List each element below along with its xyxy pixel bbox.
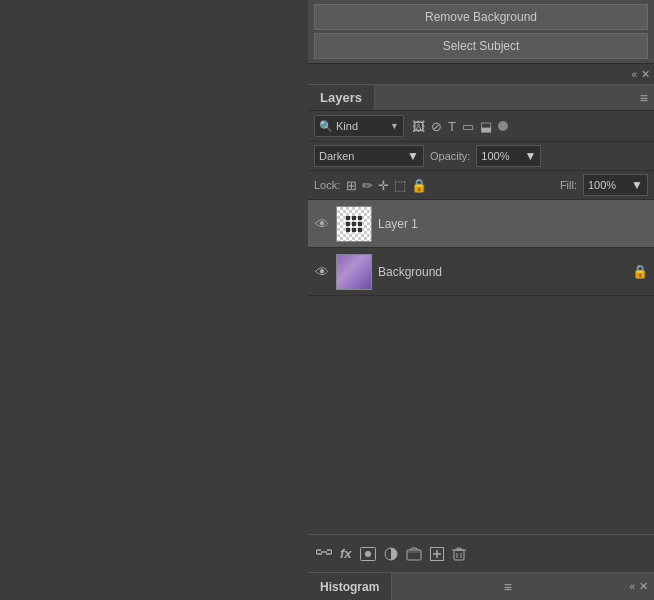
fill-label: Fill:	[560, 179, 577, 191]
layers-list: 👁	[308, 200, 654, 534]
layer-row[interactable]: 👁	[308, 200, 654, 248]
layers-tab[interactable]: Layers	[308, 85, 375, 110]
lock-fill-row: Lock: ⊞ ✏ ✛ ⬚ 🔒 Fill: 100% ▼	[308, 171, 654, 200]
search-icon: 🔍	[319, 120, 333, 133]
kind-select-text: Kind	[336, 120, 387, 132]
fill-value-text: 100%	[588, 179, 628, 191]
layer1-visibility-icon[interactable]: 👁	[314, 216, 330, 232]
histogram-bar: Histogram ≡ « ✕	[308, 572, 654, 600]
svg-rect-4	[407, 550, 421, 560]
histogram-tab[interactable]: Histogram	[308, 573, 392, 600]
remove-background-button[interactable]: Remove Background	[314, 4, 648, 30]
blend-mode-text: Darken	[319, 150, 404, 162]
lock-pixels-icon[interactable]: ⊞	[346, 178, 357, 193]
layer1-name: Layer 1	[378, 217, 648, 231]
layer1-thumb-pattern	[346, 216, 362, 232]
svg-rect-10	[457, 548, 461, 550]
panel-header-row: « ✕	[308, 64, 654, 84]
collapse-icon[interactable]: «	[631, 69, 637, 80]
add-mask-icon[interactable]	[360, 547, 376, 561]
fill-dropdown-arrow: ▼	[631, 178, 643, 192]
lock-label: Lock:	[314, 179, 340, 191]
top-buttons-area: Remove Background Select Subject	[308, 0, 654, 64]
left-panel	[0, 0, 308, 600]
kind-search-dropdown[interactable]: 🔍 Kind ▼	[314, 115, 404, 137]
adjustment-layer-icon[interactable]	[384, 547, 398, 561]
blend-opacity-row: Darken ▼ Opacity: 100% ▼	[308, 142, 654, 171]
close-panel-icon[interactable]: ✕	[641, 68, 650, 81]
panel-header-icons: « ✕	[631, 68, 650, 81]
layer1-thumbnail	[336, 206, 372, 242]
kind-filter-row: 🔍 Kind ▼ 🖼 ⊘ T ▭ ⬓	[308, 111, 654, 142]
filter-dot-icon[interactable]	[498, 121, 508, 131]
filter-smart-icon[interactable]: ⬓	[480, 119, 492, 134]
fx-icon[interactable]: fx	[340, 546, 352, 561]
opacity-value-text: 100%	[481, 150, 521, 162]
histogram-menu-icon[interactable]: ≡	[504, 579, 518, 595]
layer-row[interactable]: 👁 Background 🔒	[308, 248, 654, 296]
link-layers-icon[interactable]	[316, 549, 332, 559]
lock-artboard-icon[interactable]: ⬚	[394, 178, 406, 193]
filter-image-icon[interactable]: 🖼	[412, 119, 425, 134]
layers-bottom-toolbar: fx	[308, 534, 654, 572]
select-subject-button[interactable]: Select Subject	[314, 33, 648, 59]
lock-icons-group: ⊞ ✏ ✛ ⬚ 🔒	[346, 178, 427, 193]
add-layer-icon[interactable]	[430, 547, 444, 561]
lock-move-icon[interactable]: ✛	[378, 178, 389, 193]
svg-rect-8	[454, 550, 464, 560]
svg-point-2	[365, 551, 371, 557]
fill-input[interactable]: 100% ▼	[583, 174, 648, 196]
blend-dropdown-arrow: ▼	[407, 149, 419, 163]
histogram-collapse-icon[interactable]: «	[629, 581, 635, 592]
delete-layer-icon[interactable]	[452, 547, 466, 561]
filter-icons-group: 🖼 ⊘ T ▭ ⬓	[412, 119, 508, 134]
lock-all-icon[interactable]: 🔒	[411, 178, 427, 193]
opacity-label: Opacity:	[430, 150, 470, 162]
background-visibility-icon[interactable]: 👁	[314, 264, 330, 280]
background-layer-name: Background	[378, 265, 626, 279]
layer1-thumb-inner	[337, 207, 371, 241]
background-lock-icon: 🔒	[632, 264, 648, 279]
opacity-input[interactable]: 100% ▼	[476, 145, 541, 167]
histogram-close-icon[interactable]: ✕	[639, 580, 648, 593]
kind-dropdown-arrow: ▼	[390, 121, 399, 131]
background-thumbnail	[336, 254, 372, 290]
filter-text-icon[interactable]: T	[448, 119, 456, 134]
opacity-dropdown-arrow: ▼	[524, 149, 536, 163]
layers-panel: Layers ≡ 🔍 Kind ▼ 🖼 ⊘ T ▭ ⬓	[308, 84, 654, 572]
filter-shape-icon[interactable]: ▭	[462, 119, 474, 134]
right-panel: Remove Background Select Subject « ✕ Lay…	[308, 0, 654, 600]
filter-adjust-icon[interactable]: ⊘	[431, 119, 442, 134]
blend-mode-dropdown[interactable]: Darken ▼	[314, 145, 424, 167]
layers-menu-icon[interactable]: ≡	[640, 90, 654, 106]
lock-brush-icon[interactable]: ✏	[362, 178, 373, 193]
group-layers-icon[interactable]	[406, 547, 422, 561]
layers-tab-row: Layers ≡	[308, 85, 654, 111]
